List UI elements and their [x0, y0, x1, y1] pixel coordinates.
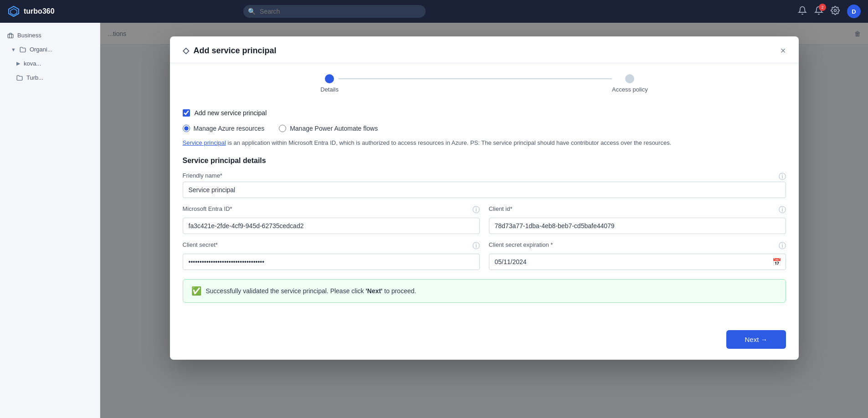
- step-access-circle: [625, 74, 634, 83]
- add-principal-checkbox[interactable]: [183, 109, 190, 117]
- client-secret-exp-label-text: Client secret expiration *: [489, 241, 553, 248]
- client-id-label-text: Client id*: [489, 205, 513, 212]
- add-principal-checkbox-label: Add new service principal: [195, 109, 267, 117]
- description-text: Service principal is an application with…: [183, 138, 786, 148]
- svg-point-2: [834, 9, 836, 11]
- friendly-name-field-row: Friendly name* ⓘ: [183, 172, 786, 198]
- top-navigation: turbo360 🔍 2 D: [0, 0, 868, 23]
- friendly-name-label: Friendly name*: [183, 172, 222, 179]
- next-button[interactable]: Next →: [726, 330, 786, 349]
- step-access-policy: Access policy: [612, 74, 648, 93]
- sidebar-label-business: Business: [17, 32, 41, 39]
- radio-power-automate[interactable]: Manage Power Automate flows: [279, 125, 378, 132]
- sidebar-item-kova[interactable]: ▶ kova...: [0, 56, 100, 71]
- stepper: Details Access policy: [170, 63, 799, 100]
- svg-marker-1: [10, 9, 17, 15]
- client-secret-info-icon[interactable]: ⓘ: [473, 241, 480, 251]
- section-heading: Service principal details: [183, 157, 786, 165]
- client-id-input[interactable]: [489, 218, 786, 234]
- friendly-name-info-icon[interactable]: ⓘ: [779, 172, 786, 182]
- search-input[interactable]: [243, 5, 426, 18]
- friendly-name-input[interactable]: [183, 182, 786, 198]
- entra-client-row: Microsoft Entra ID* ⓘ Client id* ⓘ: [183, 205, 786, 234]
- step-details: Details: [320, 74, 339, 93]
- client-id-field: Client id* ⓘ: [489, 205, 786, 234]
- client-secret-exp-info-icon[interactable]: ⓘ: [779, 241, 786, 251]
- entra-id-input[interactable]: [183, 218, 480, 234]
- logo: turbo360: [7, 5, 55, 18]
- search-container: 🔍: [243, 5, 426, 18]
- date-input-wrapper: 📅: [489, 254, 786, 270]
- client-secret-label-text: Client secret*: [183, 241, 218, 248]
- chevron-down-icon: ▼: [11, 47, 16, 52]
- calendar-icon[interactable]: 📅: [772, 257, 781, 266]
- notification-badge: 2: [819, 4, 826, 11]
- radio-power-automate-input[interactable]: [279, 125, 286, 132]
- description-rest: is an application within Microsoft Entra…: [228, 139, 672, 146]
- step-details-label: Details: [320, 86, 339, 93]
- search-icon: 🔍: [248, 8, 256, 15]
- content-area: ...tions 🗑 ◇ Add service principal ×: [100, 23, 868, 418]
- friendly-name-label-row: Friendly name* ⓘ: [183, 172, 786, 182]
- entra-id-info-icon[interactable]: ⓘ: [473, 205, 480, 215]
- step-access-label: Access policy: [612, 86, 648, 93]
- sidebar-item-turb-label: Turb...: [26, 74, 43, 81]
- client-secret-field: Client secret* ⓘ: [183, 241, 480, 270]
- sidebar: Business ▼ Organi... ▶ kova... Turb...: [0, 23, 100, 418]
- sidebar-item-turb[interactable]: Turb...: [0, 71, 100, 85]
- success-text-before: Successfully validated the service princ…: [206, 287, 366, 295]
- modal-overlay: ◇ Add service principal × Details Access…: [100, 23, 868, 418]
- entra-id-field: Microsoft Entra ID* ⓘ: [183, 205, 480, 234]
- step-connector: [339, 78, 612, 79]
- modal-title-container: ◇ Add service principal: [183, 46, 277, 56]
- modal-dialog: ◇ Add service principal × Details Access…: [170, 36, 799, 360]
- announcements-icon[interactable]: [798, 6, 807, 17]
- success-text-after: to proceed.: [382, 287, 416, 295]
- principal-icon: ◇: [183, 46, 189, 56]
- chevron-right-icon: ▶: [16, 61, 20, 66]
- success-message: Successfully validated the service princ…: [206, 287, 416, 295]
- logo-text: turbo360: [24, 7, 55, 15]
- client-secret-input[interactable]: [183, 254, 480, 270]
- sidebar-item-org-label: Organi...: [30, 46, 52, 53]
- add-principal-checkbox-row: Add new service principal: [183, 109, 786, 117]
- entra-id-label-text: Microsoft Entra ID*: [183, 205, 232, 212]
- client-secret-exp-input[interactable]: [489, 254, 786, 270]
- friendly-name-label-text: Friendly name*: [183, 172, 222, 179]
- svg-rect-3: [8, 34, 13, 38]
- client-id-info-icon[interactable]: ⓘ: [779, 205, 786, 215]
- sidebar-item-business[interactable]: Business: [0, 28, 100, 42]
- notifications-icon[interactable]: 2: [814, 6, 823, 17]
- main-layout: Business ▼ Organi... ▶ kova... Turb... .…: [0, 23, 868, 418]
- success-check-icon: ✅: [191, 286, 201, 296]
- radio-azure-resources[interactable]: Manage Azure resources: [183, 125, 265, 132]
- modal-title-text: Add service principal: [194, 46, 277, 56]
- topnav-actions: 2 D: [798, 5, 861, 18]
- client-secret-exp-field: Client secret expiration * ⓘ 📅: [489, 241, 786, 270]
- modal-body: Add new service principal Manage Azure r…: [170, 100, 799, 323]
- radio-group: Manage Azure resources Manage Power Auto…: [183, 125, 786, 132]
- avatar[interactable]: D: [847, 5, 861, 18]
- service-principal-link[interactable]: Service principal: [183, 139, 226, 146]
- radio-azure-label: Manage Azure resources: [194, 125, 265, 132]
- success-banner: ✅ Successfully validated the service pri…: [183, 279, 786, 303]
- radio-power-automate-label: Manage Power Automate flows: [290, 125, 378, 132]
- step-details-circle: [325, 74, 334, 83]
- sidebar-item-kova-label: kova...: [24, 60, 41, 67]
- modal-header: ◇ Add service principal ×: [170, 36, 799, 63]
- radio-azure-input[interactable]: [183, 125, 190, 132]
- modal-footer: Next →: [170, 323, 799, 360]
- secret-expiration-row: Client secret* ⓘ Client secret expiratio…: [183, 241, 786, 270]
- modal-close-button[interactable]: ×: [781, 46, 786, 55]
- sidebar-item-org[interactable]: ▼ Organi...: [0, 42, 100, 56]
- success-text-bold: 'Next': [365, 287, 382, 295]
- settings-icon[interactable]: [831, 6, 840, 17]
